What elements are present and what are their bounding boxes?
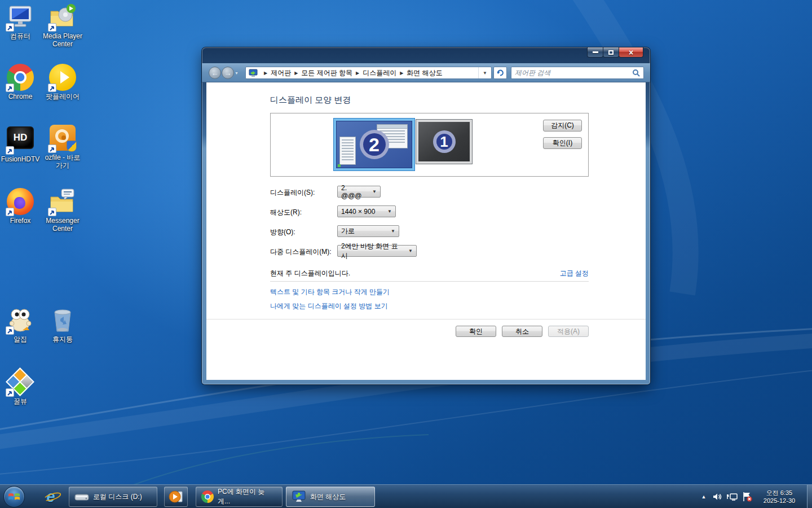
close-icon: ×	[629, 48, 633, 57]
taskbar: e 로컬 디스크 (D:) PC에 화면이 늦게... 화면	[0, 484, 812, 508]
close-button[interactable]: ×	[619, 47, 643, 58]
detect-button[interactable]: 감지(C)	[543, 120, 582, 132]
desktop-icon-label: 꿀뷰	[0, 397, 41, 405]
tray-overflow-button[interactable]: ▲	[698, 485, 709, 508]
network-button[interactable]	[725, 485, 740, 508]
divider	[206, 319, 646, 319]
shortcut-arrow-icon	[6, 146, 14, 155]
taskbar-dot	[338, 164, 341, 167]
desktop-icon-chrome[interactable]: Chrome	[0, 64, 41, 100]
ozfile-icon	[49, 125, 76, 152]
back-icon: ←	[211, 69, 219, 77]
shortcut-arrow-icon	[48, 208, 56, 216]
shortcut-arrow-icon	[48, 23, 56, 32]
desktop-icon-computer[interactable]: 컴퓨터	[0, 3, 41, 40]
internet-explorer-button[interactable]: e	[41, 487, 61, 506]
breadcrumb-control-panel[interactable]: 제어판	[271, 68, 291, 78]
taskbar-button-label: 로컬 디스크 (D:)	[93, 492, 142, 502]
maximize-button[interactable]	[603, 47, 619, 58]
desktop-icon-messenger-center[interactable]: Messenger Center	[42, 188, 83, 233]
flag-alert-icon	[742, 492, 753, 502]
ie-icon: e	[46, 488, 55, 506]
display-field-label: 디스플레이(S):	[270, 188, 315, 198]
taskbar-button-media-player[interactable]	[164, 487, 188, 507]
taskbar-button-label: PC에 화면이 늦게...	[218, 487, 277, 506]
shortcut-arrow-icon	[48, 144, 56, 153]
desktop-icon-ozfile[interactable]: ozfile - 바로 가기	[42, 124, 83, 169]
make-text-larger-link[interactable]: 텍스트 및 기타 항목 크거나 작게 만들기	[270, 287, 390, 297]
desktop-icon-firefox[interactable]: Firefox	[0, 188, 41, 225]
page-title: 디스플레이 모양 변경	[270, 95, 351, 106]
shortcut-arrow-icon	[48, 84, 56, 92]
primary-display-note: 현재 주 디스플레이입니다.	[270, 269, 350, 278]
show-desktop-button[interactable]	[807, 485, 812, 508]
multiple-displays-select-value: 2에만 바탕 화면 표시	[341, 242, 404, 261]
resolution-field-label: 해상도(R):	[270, 208, 302, 217]
breadcrumb-chevron-icon: ▶	[264, 71, 267, 76]
hard-drive-icon	[74, 492, 89, 502]
volume-button[interactable]	[710, 485, 724, 508]
chevron-down-icon: ▼	[386, 229, 395, 234]
breadcrumb-display[interactable]: 디스플레이	[363, 68, 396, 78]
desktop-icon-label: Messenger Center	[42, 217, 83, 233]
shortcut-arrow-icon	[6, 23, 14, 32]
action-center-button[interactable]	[740, 485, 754, 508]
ok-button[interactable]: 확인	[456, 326, 496, 337]
refresh-button[interactable]	[493, 67, 507, 79]
taskbar-button-local-disk[interactable]: 로컬 디스크 (D:)	[69, 487, 157, 507]
window-titlebar[interactable]: ×	[202, 47, 650, 63]
search-icon[interactable]	[629, 69, 643, 77]
minimize-button[interactable]	[587, 47, 603, 58]
breadcrumb-screen-resolution[interactable]: 화면 해상도	[407, 68, 442, 78]
breadcrumb-chevron-icon: ▶	[356, 71, 359, 76]
monitor-2-preview[interactable]: 2	[334, 119, 414, 170]
address-bar[interactable]: ▶ 제어판 ▶ 모든 제어판 항목 ▶ 디스플레이 ▶ 화면 해상도 ▼	[245, 67, 492, 79]
monitor-preview-panel: 2 1 감지(C) 확인(I)	[270, 113, 589, 177]
orientation-field-label: 방향(O):	[270, 227, 295, 237]
navigation-bar: ← → ▼ ▶ 제어판 ▶ 모든 제어판 항목 ▶ 디스플레이 ▶ 화면 해상도…	[202, 63, 650, 82]
address-dropdown-icon[interactable]: ▼	[478, 67, 491, 78]
taskbar-button-chrome[interactable]: PC에 화면이 늦게...	[196, 487, 283, 507]
monitor-2-number: 2	[360, 130, 389, 159]
recent-pages-dropdown[interactable]: ▼	[235, 71, 239, 75]
uac-shield-icon	[67, 141, 77, 152]
search-box	[511, 67, 644, 79]
desktop-icon-label: Media Player Center	[42, 32, 83, 48]
desktop-icon-honeyview[interactable]: 꿀뷰	[0, 369, 41, 405]
desktop-icon-fusionhdtv[interactable]: HD FusionHDTV	[0, 124, 41, 163]
minimize-icon	[593, 51, 598, 53]
display-settings-help-link[interactable]: 나에게 맞는 디스플레이 설정 방법 보기	[270, 301, 388, 311]
display-select[interactable]: 2. @@@ ▼	[337, 186, 381, 198]
chrome-icon	[7, 64, 34, 91]
cancel-button[interactable]: 취소	[502, 326, 542, 337]
identify-button[interactable]: 확인(I)	[543, 137, 582, 149]
taskbar-clock[interactable]: 오전 6:35 2025-12-30	[753, 485, 805, 508]
start-button[interactable]	[3, 486, 25, 507]
desktop-icon-label: 팟플레이어	[42, 93, 83, 100]
advanced-settings-link[interactable]: 고급 설정	[560, 269, 589, 278]
shortcut-arrow-icon	[6, 326, 14, 335]
monitor-1-number: 1	[433, 130, 456, 153]
multiple-displays-select[interactable]: 2에만 바탕 화면 표시 ▼	[337, 245, 417, 257]
shortcut-arrow-icon	[6, 84, 14, 92]
desktop-icon-label: ozfile - 바로 가기	[42, 154, 83, 169]
desktop-icon-recycle-bin[interactable]: 휴지통	[42, 306, 83, 343]
alzip-icon	[7, 306, 34, 334]
desktop-icon-media-player-center[interactable]: Media Player Center	[42, 3, 83, 48]
clock-time: 오전 6:35	[766, 489, 792, 497]
chevron-down-icon: ▼	[383, 209, 392, 214]
monitor-1-preview[interactable]: 1	[416, 120, 472, 164]
orientation-select[interactable]: 가로 ▼	[337, 225, 399, 237]
media-folder-icon	[49, 3, 76, 30]
apply-button[interactable]: 적용(A)	[548, 326, 589, 337]
desktop-icon-alzip[interactable]: 알집	[0, 306, 41, 343]
desktop-icon-label: FusionHDTV	[0, 155, 41, 163]
breadcrumb-all-items[interactable]: 모든 제어판 항목	[301, 68, 352, 78]
potplayer-icon	[49, 64, 76, 91]
forward-button[interactable]: →	[222, 67, 234, 79]
resolution-select[interactable]: 812 × 508 ▼	[337, 205, 396, 217]
taskbar-button-screen-resolution[interactable]: 화면 해상도	[286, 487, 375, 507]
back-button[interactable]: ←	[209, 67, 221, 79]
search-input[interactable]	[511, 69, 629, 77]
desktop-icon-potplayer[interactable]: 팟플레이어	[42, 64, 83, 100]
